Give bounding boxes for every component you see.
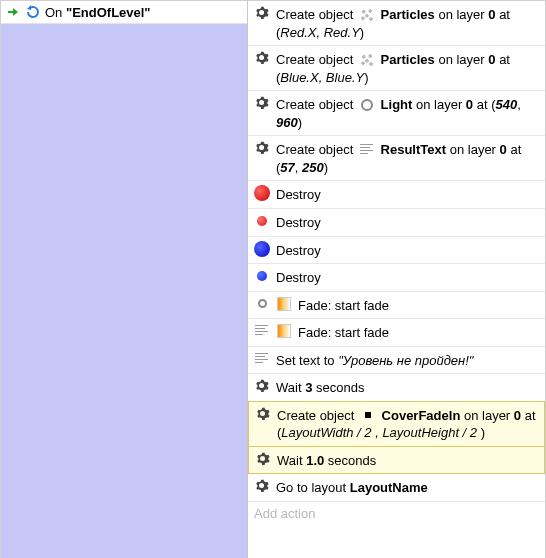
action-create-resulttext[interactable]: Create object ResultText on layer 0 at (… xyxy=(248,136,545,181)
action-text: Wait 1.0 seconds xyxy=(277,451,538,470)
action-text: Create object ResultText on layer 0 at (… xyxy=(276,140,539,176)
fade-gradient-icon xyxy=(276,323,292,339)
condition-row[interactable]: On "EndOfLevel" xyxy=(1,1,247,24)
action-create-particles-red[interactable]: Create object Particles on layer 0 at (R… xyxy=(248,1,545,46)
action-text: Destroy xyxy=(276,213,539,232)
event-sheet: On "EndOfLevel" Create object Particles … xyxy=(0,0,546,558)
text-icon xyxy=(359,142,375,158)
particles-icon xyxy=(359,52,375,68)
particles-icon xyxy=(359,7,375,23)
gear-icon xyxy=(254,378,270,394)
gear-icon xyxy=(255,451,271,467)
action-text: Destroy xyxy=(276,268,539,287)
small-red-circle-icon xyxy=(254,213,270,229)
black-square-icon xyxy=(360,407,376,423)
action-destroy-small-blue[interactable]: Destroy xyxy=(248,264,545,292)
text-icon xyxy=(254,323,270,339)
action-text: Set text to "Уровень не пройден!" xyxy=(276,351,539,370)
conditions-column: On "EndOfLevel" xyxy=(0,0,248,558)
fade-gradient-icon xyxy=(276,296,292,312)
gear-icon xyxy=(254,5,270,21)
action-create-light[interactable]: Create object Light on layer 0 at (540, … xyxy=(248,91,545,136)
add-action-link[interactable]: Add action xyxy=(248,502,545,525)
gear-icon xyxy=(254,50,270,66)
gear-icon xyxy=(255,406,271,422)
action-text: Go to layout LayoutName xyxy=(276,478,539,497)
action-text: Destroy xyxy=(276,185,539,204)
action-text: Create object CoverFadeIn on layer 0 at … xyxy=(277,406,538,442)
action-text: Create object Particles on layer 0 at (R… xyxy=(276,5,539,41)
action-goto-layout[interactable]: Go to layout LayoutName xyxy=(248,474,545,502)
action-create-coverfadein[interactable]: Create object CoverFadeIn on layer 0 at … xyxy=(248,401,545,447)
ring-icon xyxy=(359,97,375,113)
actions-column: Create object Particles on layer 0 at (R… xyxy=(248,0,546,558)
action-destroy-small-red[interactable]: Destroy xyxy=(248,209,545,237)
action-text: Fade: start fade xyxy=(298,323,539,342)
big-blue-circle-icon xyxy=(254,241,270,257)
action-fade-ring[interactable]: Fade: start fade xyxy=(248,292,545,320)
gear-icon xyxy=(254,95,270,111)
condition-text: On "EndOfLevel" xyxy=(45,5,151,20)
refresh-icon xyxy=(25,4,41,20)
action-text: Fade: start fade xyxy=(298,296,539,315)
action-destroy-big-blue[interactable]: Destroy xyxy=(248,237,545,265)
conditions-body[interactable] xyxy=(1,24,247,558)
gear-icon xyxy=(254,140,270,156)
action-text: Create object Light on layer 0 at (540, … xyxy=(276,95,539,131)
action-set-text[interactable]: Set text to "Уровень не пройден!" xyxy=(248,347,545,375)
action-wait-1[interactable]: Wait 1.0 seconds xyxy=(248,446,545,475)
small-ring-icon xyxy=(254,296,270,312)
small-blue-circle-icon xyxy=(254,268,270,284)
action-text: Wait 3 seconds xyxy=(276,378,539,397)
action-wait-3[interactable]: Wait 3 seconds xyxy=(248,374,545,402)
action-text: Destroy xyxy=(276,241,539,260)
action-destroy-big-red[interactable]: Destroy xyxy=(248,181,545,209)
action-fade-text[interactable]: Fade: start fade xyxy=(248,319,545,347)
gear-icon xyxy=(254,478,270,494)
action-text: Create object Particles on layer 0 at (B… xyxy=(276,50,539,86)
function-arrow-icon xyxy=(5,4,21,20)
action-create-particles-blue[interactable]: Create object Particles on layer 0 at (B… xyxy=(248,46,545,91)
text-icon xyxy=(254,351,270,367)
big-red-circle-icon xyxy=(254,185,270,201)
